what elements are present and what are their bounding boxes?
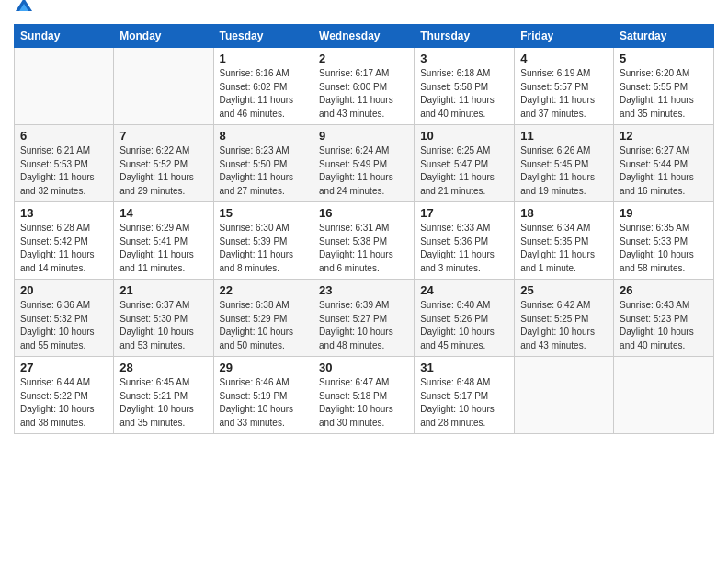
day-number: 24 xyxy=(420,283,508,297)
day-number: 16 xyxy=(319,206,408,220)
calendar-cell: 14Sunrise: 6:29 AM Sunset: 5:41 PM Dayli… xyxy=(114,202,213,280)
calendar-cell: 2Sunrise: 6:17 AM Sunset: 6:00 PM Daylig… xyxy=(313,48,415,125)
day-info: Sunrise: 6:38 AM Sunset: 5:29 PM Dayligh… xyxy=(220,299,308,352)
day-number: 7 xyxy=(119,129,207,143)
day-number: 23 xyxy=(319,283,408,297)
day-info: Sunrise: 6:40 AM Sunset: 5:26 PM Dayligh… xyxy=(420,299,508,352)
day-info: Sunrise: 6:31 AM Sunset: 5:38 PM Dayligh… xyxy=(319,222,408,275)
day-number: 25 xyxy=(520,283,608,297)
week-row-2: 6Sunrise: 6:21 AM Sunset: 5:53 PM Daylig… xyxy=(15,125,714,202)
calendar-cell: 12Sunrise: 6:27 AM Sunset: 5:44 PM Dayli… xyxy=(614,125,714,202)
calendar-cell: 24Sunrise: 6:40 AM Sunset: 5:26 PM Dayli… xyxy=(415,280,515,357)
day-number: 11 xyxy=(520,129,608,143)
calendar-cell: 6Sunrise: 6:21 AM Sunset: 5:53 PM Daylig… xyxy=(15,125,114,202)
weekday-header-sunday: Sunday xyxy=(15,25,114,48)
weekday-header-wednesday: Wednesday xyxy=(313,25,415,48)
calendar-table: SundayMondayTuesdayWednesdayThursdayFrid… xyxy=(14,24,714,434)
day-info: Sunrise: 6:27 AM Sunset: 5:44 PM Dayligh… xyxy=(620,144,708,198)
calendar-cell: 8Sunrise: 6:23 AM Sunset: 5:50 PM Daylig… xyxy=(213,125,313,202)
header xyxy=(14,9,714,17)
day-number: 5 xyxy=(620,52,708,65)
day-info: Sunrise: 6:29 AM Sunset: 5:41 PM Dayligh… xyxy=(119,222,207,275)
weekday-header-thursday: Thursday xyxy=(415,25,515,48)
day-number: 6 xyxy=(20,129,108,143)
calendar-cell: 1Sunrise: 6:16 AM Sunset: 6:02 PM Daylig… xyxy=(213,48,313,125)
day-number: 20 xyxy=(20,283,108,297)
day-number: 18 xyxy=(520,206,608,220)
calendar-cell xyxy=(114,48,213,125)
day-info: Sunrise: 6:46 AM Sunset: 5:19 PM Dayligh… xyxy=(220,376,308,430)
calendar-cell: 16Sunrise: 6:31 AM Sunset: 5:38 PM Dayli… xyxy=(313,202,415,280)
calendar-cell: 20Sunrise: 6:36 AM Sunset: 5:32 PM Dayli… xyxy=(15,280,114,357)
day-info: Sunrise: 6:18 AM Sunset: 5:58 PM Dayligh… xyxy=(420,67,508,121)
weekday-header-monday: Monday xyxy=(114,25,213,48)
calendar-cell: 25Sunrise: 6:42 AM Sunset: 5:25 PM Dayli… xyxy=(515,280,614,357)
calendar-cell: 30Sunrise: 6:47 AM Sunset: 5:18 PM Dayli… xyxy=(313,357,415,434)
day-info: Sunrise: 6:48 AM Sunset: 5:17 PM Dayligh… xyxy=(420,376,508,430)
calendar-cell: 26Sunrise: 6:43 AM Sunset: 5:23 PM Dayli… xyxy=(614,280,714,357)
calendar-cell: 27Sunrise: 6:44 AM Sunset: 5:22 PM Dayli… xyxy=(15,357,114,434)
calendar-cell: 9Sunrise: 6:24 AM Sunset: 5:49 PM Daylig… xyxy=(313,125,415,202)
day-number: 17 xyxy=(420,206,508,220)
weekday-header-friday: Friday xyxy=(515,25,614,48)
day-number: 27 xyxy=(20,361,108,374)
day-number: 28 xyxy=(119,361,207,374)
weekday-header-row: SundayMondayTuesdayWednesdayThursdayFrid… xyxy=(15,25,714,48)
day-info: Sunrise: 6:37 AM Sunset: 5:30 PM Dayligh… xyxy=(119,299,207,352)
day-info: Sunrise: 6:22 AM Sunset: 5:52 PM Dayligh… xyxy=(119,144,207,198)
calendar-cell: 21Sunrise: 6:37 AM Sunset: 5:30 PM Dayli… xyxy=(114,280,213,357)
calendar-cell: 18Sunrise: 6:34 AM Sunset: 5:35 PM Dayli… xyxy=(515,202,614,280)
day-info: Sunrise: 6:19 AM Sunset: 5:57 PM Dayligh… xyxy=(520,67,608,121)
day-number: 10 xyxy=(420,129,508,143)
calendar-cell: 19Sunrise: 6:35 AM Sunset: 5:33 PM Dayli… xyxy=(614,202,714,280)
calendar-cell: 22Sunrise: 6:38 AM Sunset: 5:29 PM Dayli… xyxy=(213,280,313,357)
day-info: Sunrise: 6:16 AM Sunset: 6:02 PM Dayligh… xyxy=(220,67,308,121)
day-info: Sunrise: 6:23 AM Sunset: 5:50 PM Dayligh… xyxy=(220,144,308,198)
week-row-4: 20Sunrise: 6:36 AM Sunset: 5:32 PM Dayli… xyxy=(15,280,714,357)
calendar-cell: 5Sunrise: 6:20 AM Sunset: 5:55 PM Daylig… xyxy=(614,48,714,125)
day-number: 13 xyxy=(20,206,108,220)
day-number: 1 xyxy=(220,52,308,65)
calendar-cell xyxy=(614,357,714,434)
day-info: Sunrise: 6:44 AM Sunset: 5:22 PM Dayligh… xyxy=(20,376,108,430)
day-number: 19 xyxy=(620,206,708,220)
calendar-cell: 17Sunrise: 6:33 AM Sunset: 5:36 PM Dayli… xyxy=(415,202,515,280)
day-info: Sunrise: 6:24 AM Sunset: 5:49 PM Dayligh… xyxy=(319,144,408,198)
day-number: 15 xyxy=(220,206,308,220)
day-number: 4 xyxy=(520,52,608,65)
calendar-cell: 7Sunrise: 6:22 AM Sunset: 5:52 PM Daylig… xyxy=(114,125,213,202)
calendar-cell: 10Sunrise: 6:25 AM Sunset: 5:47 PM Dayli… xyxy=(415,125,515,202)
day-number: 12 xyxy=(620,129,708,143)
week-row-3: 13Sunrise: 6:28 AM Sunset: 5:42 PM Dayli… xyxy=(15,202,714,280)
day-info: Sunrise: 6:17 AM Sunset: 6:00 PM Dayligh… xyxy=(319,67,408,121)
calendar-page: SundayMondayTuesdayWednesdayThursdayFrid… xyxy=(0,0,728,563)
calendar-cell: 13Sunrise: 6:28 AM Sunset: 5:42 PM Dayli… xyxy=(15,202,114,280)
day-info: Sunrise: 6:36 AM Sunset: 5:32 PM Dayligh… xyxy=(20,299,108,352)
weekday-header-tuesday: Tuesday xyxy=(213,25,313,48)
day-info: Sunrise: 6:25 AM Sunset: 5:47 PM Dayligh… xyxy=(420,144,508,198)
week-row-1: 1Sunrise: 6:16 AM Sunset: 6:02 PM Daylig… xyxy=(15,48,714,125)
day-number: 8 xyxy=(220,129,308,143)
calendar-cell xyxy=(15,48,114,125)
day-info: Sunrise: 6:43 AM Sunset: 5:23 PM Dayligh… xyxy=(620,299,708,352)
logo-icon xyxy=(16,0,32,17)
day-info: Sunrise: 6:30 AM Sunset: 5:39 PM Dayligh… xyxy=(220,222,308,275)
calendar-cell: 15Sunrise: 6:30 AM Sunset: 5:39 PM Dayli… xyxy=(213,202,313,280)
calendar-cell: 28Sunrise: 6:45 AM Sunset: 5:21 PM Dayli… xyxy=(114,357,213,434)
day-info: Sunrise: 6:33 AM Sunset: 5:36 PM Dayligh… xyxy=(420,222,508,275)
calendar-cell: 31Sunrise: 6:48 AM Sunset: 5:17 PM Dayli… xyxy=(415,357,515,434)
day-info: Sunrise: 6:21 AM Sunset: 5:53 PM Dayligh… xyxy=(20,144,108,198)
day-info: Sunrise: 6:28 AM Sunset: 5:42 PM Dayligh… xyxy=(20,222,108,275)
day-number: 3 xyxy=(420,52,508,65)
day-number: 9 xyxy=(319,129,408,143)
day-info: Sunrise: 6:35 AM Sunset: 5:33 PM Dayligh… xyxy=(620,222,708,275)
calendar-cell: 23Sunrise: 6:39 AM Sunset: 5:27 PM Dayli… xyxy=(313,280,415,357)
day-number: 26 xyxy=(620,283,708,297)
weekday-header-saturday: Saturday xyxy=(614,25,714,48)
day-info: Sunrise: 6:20 AM Sunset: 5:55 PM Dayligh… xyxy=(620,67,708,121)
week-row-5: 27Sunrise: 6:44 AM Sunset: 5:22 PM Dayli… xyxy=(15,357,714,434)
day-info: Sunrise: 6:42 AM Sunset: 5:25 PM Dayligh… xyxy=(520,299,608,352)
day-number: 21 xyxy=(119,283,207,297)
day-info: Sunrise: 6:34 AM Sunset: 5:35 PM Dayligh… xyxy=(520,222,608,275)
day-number: 30 xyxy=(319,361,408,374)
